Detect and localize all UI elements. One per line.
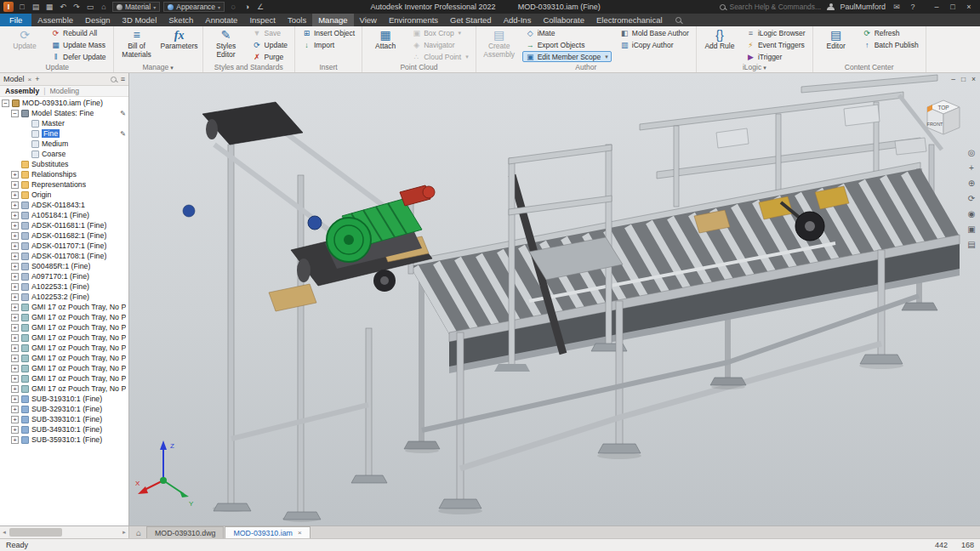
edit-pencil-icon[interactable]: ✎ xyxy=(120,130,126,138)
tree-row[interactable]: GMI 17 oz Pouch Tray, No Pouches:5 (Fine… xyxy=(0,343,128,353)
adjust-appearance-icon[interactable]: ◑ xyxy=(242,3,252,11)
tree-row[interactable]: ADSK-011682:1 (Fine) xyxy=(0,230,128,241)
tree-expander-icon[interactable] xyxy=(11,171,19,179)
open-icon[interactable]: ▤ xyxy=(31,3,41,11)
print-icon[interactable]: ▭ xyxy=(85,3,95,11)
doc-tab-mod-039310-iam[interactable]: MOD-039310.iam × xyxy=(225,526,310,538)
home-icon[interactable]: ⌂ xyxy=(132,528,145,538)
imate-button[interactable]: ◇ iMate xyxy=(522,27,612,38)
tree-row[interactable]: Origin xyxy=(0,190,128,200)
update-styles-button[interactable]: ⟳ Update xyxy=(249,39,291,50)
tree-expander-icon[interactable] xyxy=(11,202,19,209)
browser-panel-tab[interactable]: Model xyxy=(3,75,25,83)
user-name[interactable]: PaulMumford xyxy=(840,3,886,11)
tree-expander-icon[interactable] xyxy=(11,395,19,403)
tree-expander-icon[interactable] xyxy=(11,263,19,270)
tab-add-ins[interactable]: Add-Ins xyxy=(498,14,538,26)
doc-close-button[interactable]: × xyxy=(971,75,976,83)
tab-3d-model[interactable]: 3D Model xyxy=(117,14,163,26)
cloud-point-button[interactable]: ∴ Cloud Point xyxy=(408,51,471,62)
save-icon[interactable]: ▦ xyxy=(44,3,54,11)
tree-row[interactable]: Medium xyxy=(0,139,128,149)
navigator-button[interactable]: ◈ Navigator xyxy=(408,39,471,50)
tree-row[interactable]: GMI 17 oz Pouch Tray, No Pouches:8 (Fine… xyxy=(0,373,128,383)
ribbon-search[interactable] xyxy=(669,14,688,26)
tree-expander-icon[interactable] xyxy=(11,304,19,311)
tree-row[interactable]: GMI 17 oz Pouch Tray, No Pouches:9 (Fine… xyxy=(0,383,128,394)
tree-expander-icon[interactable] xyxy=(11,293,19,301)
tree-row[interactable]: A102253:2 (Fine) xyxy=(0,292,128,302)
tree-row[interactable]: SUB-349310:1 (Fine) xyxy=(0,424,128,435)
tree-expander-icon[interactable] xyxy=(11,334,19,342)
tree-row[interactable]: GMI 17 oz Pouch Tray, No Pouches:3 (Fine… xyxy=(0,322,128,332)
appearance-dropdown[interactable]: Appearance ▾ xyxy=(163,2,225,12)
tree-expander-icon[interactable] xyxy=(11,344,19,352)
help-search-input[interactable] xyxy=(729,3,821,11)
tree-row[interactable]: Fine ✎ xyxy=(0,128,128,139)
tree-expander-icon[interactable] xyxy=(11,212,19,219)
save-styles-button[interactable]: ▼ Save xyxy=(249,27,291,38)
view-cube-tool-icon[interactable]: ▣ xyxy=(966,223,977,235)
tab-electromechanical[interactable]: Electromechanical xyxy=(590,14,669,26)
tree-expander-icon[interactable] xyxy=(11,355,19,362)
tree-row[interactable]: A097170:1 (Fine) xyxy=(0,271,128,281)
orbit-icon[interactable]: ⟳ xyxy=(966,192,977,204)
defer-update-button[interactable]: ‖ Defer Update xyxy=(48,51,110,62)
browser-close-icon[interactable]: × xyxy=(28,76,32,83)
tree-row[interactable]: GMI 17 oz Pouch Tray, No Pouches:2 (Fine… xyxy=(0,312,128,322)
rebuild-all-button[interactable]: ⟳ Rebuild All xyxy=(48,27,110,38)
viewport-3d-model[interactable] xyxy=(129,73,980,525)
tree-expander-icon[interactable] xyxy=(11,110,19,117)
tab-manage[interactable]: Manage xyxy=(312,14,353,26)
browser-horizontal-scrollbar[interactable]: ◄ ► xyxy=(0,526,129,538)
box-crop-button[interactable]: ▣ Box Crop xyxy=(408,27,471,38)
tree-row[interactable]: MOD-039310.iam (Fine) xyxy=(0,98,128,108)
tree-expander-icon[interactable] xyxy=(11,283,19,291)
tree-expander-icon[interactable] xyxy=(11,273,19,281)
look-at-icon[interactable]: ◉ xyxy=(966,207,977,219)
icopy-author-button[interactable]: ▥ iCopy Author xyxy=(617,39,692,50)
inventor-logo-icon[interactable]: I xyxy=(3,2,14,12)
event-triggers-button[interactable]: ⚡ Event Triggers xyxy=(743,39,809,50)
tree-row[interactable]: Representations xyxy=(0,179,128,190)
new-file-icon[interactable]: □ xyxy=(17,3,27,11)
mold-base-author-button[interactable]: ◧ Mold Base Author xyxy=(617,27,692,38)
ribbon-group-label[interactable]: Content Center xyxy=(817,62,922,72)
ribbon-group-label[interactable]: Insert xyxy=(299,62,358,72)
home-view-icon[interactable]: ⌂ xyxy=(99,3,109,11)
tree-row[interactable]: GMI 17 oz Pouch Tray, No Pouches:7 (Fine… xyxy=(0,363,128,373)
browser-search-icon[interactable] xyxy=(111,77,117,82)
tab-annotate[interactable]: Annotate xyxy=(199,14,243,26)
tree-row[interactable]: SUB-319310:1 (Fine) xyxy=(0,394,128,404)
tree-expander-icon[interactable] xyxy=(11,191,19,199)
doc-restore-button[interactable]: □ xyxy=(961,75,966,83)
scrollbar-thumb[interactable] xyxy=(9,528,62,537)
tree-expander-icon[interactable] xyxy=(11,181,19,189)
tree-row[interactable]: Model States: Fine ✎ xyxy=(0,108,128,118)
update-button[interactable]: ⟳ Update xyxy=(5,27,44,51)
ribbon-group-label[interactable]: Author xyxy=(480,62,692,72)
infeed-belt-conveyor[interactable] xyxy=(183,102,432,520)
tab-collaborate[interactable]: Collaborate xyxy=(537,14,590,26)
tree-expander-icon[interactable] xyxy=(11,365,19,372)
viewport-3d[interactable]: – □ × TOP FRONT ◎+⊕⟳◉▣▤ xyxy=(129,73,980,525)
tree-expander-icon[interactable] xyxy=(11,385,19,393)
attach-point-cloud-button[interactable]: ▦ Attach xyxy=(366,27,405,51)
view-cube[interactable]: TOP FRONT xyxy=(917,92,970,146)
tree-row[interactable]: ADSK-011681:1 (Fine) xyxy=(0,220,128,230)
tree-row[interactable]: Relationships xyxy=(0,169,128,179)
tree-row[interactable]: Substitutes xyxy=(0,159,128,169)
tree-row[interactable]: SUB-339310:1 (Fine) xyxy=(0,414,128,424)
ilogic-browser-button[interactable]: ≡ iLogic Browser xyxy=(743,27,809,38)
tab-file[interactable]: File xyxy=(0,14,31,26)
tree-expander-icon[interactable] xyxy=(11,436,19,444)
tree-expander-icon[interactable] xyxy=(11,253,19,260)
content-center-editor-button[interactable]: ▤ Editor xyxy=(817,27,856,51)
tree-expander-icon[interactable] xyxy=(11,324,19,332)
help-search[interactable] xyxy=(720,3,821,11)
tab-assemble[interactable]: Assemble xyxy=(31,14,79,26)
tab-environments[interactable]: Environments xyxy=(383,14,444,26)
tree-row[interactable]: ADSK-011708:1 (Fine) xyxy=(0,251,128,261)
tree-row[interactable]: SUB-359310:1 (Fine) xyxy=(0,435,128,445)
redo-icon[interactable]: ↷ xyxy=(71,3,82,11)
